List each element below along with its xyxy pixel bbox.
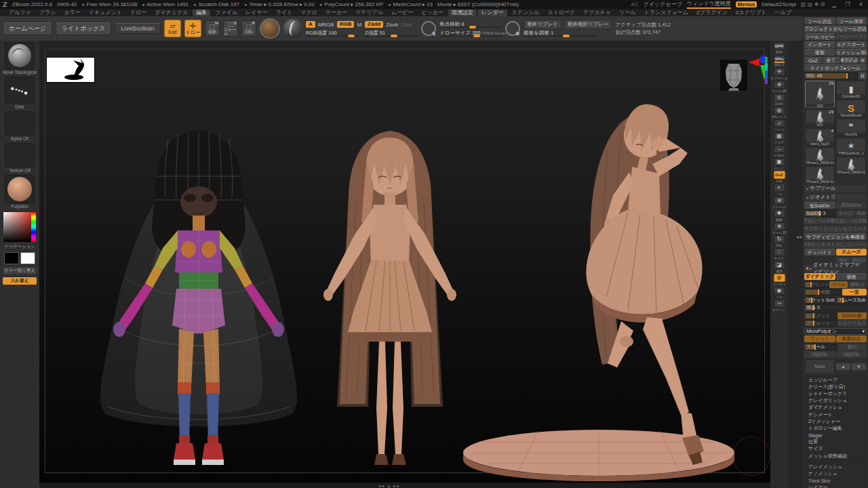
subtool-down-button[interactable]: ▼ <box>852 363 866 370</box>
model-polypaint-figure[interactable] <box>87 122 317 483</box>
tool-002. 48[interactable]: 002. 48 <box>804 73 858 79</box>
stage-toggle[interactable]: ∺ステージ <box>772 300 787 312</box>
dyn-MicroPolyオン[interactable]: MicroPolyオン▾ <box>804 328 867 335</box>
actual-size-button[interactable]: ◎100% <box>772 94 787 106</box>
menus-toggle-button[interactable]: Menus <box>736 1 757 7</box>
dyn-スムースネス[interactable]: スムースネス <box>837 320 867 327</box>
menu-ブラシ[interactable]: ブラシ <box>36 9 60 16</box>
current-brush-selector[interactable]: Move Topological <box>3 42 37 75</box>
dyn-スムーズSubDiv[interactable]: スムーズSubDiv <box>836 297 867 304</box>
replay-last-button[interactable]: 最終リプレイ <box>524 20 561 29</box>
model-standing-figure[interactable] <box>309 121 471 483</box>
color-picker[interactable] <box>3 212 36 242</box>
section-header-シャドーボックス[interactable]: シャドーボックス <box>805 390 866 397</box>
tool-thumb-ribon01[interactable]: ❞ribon01 <box>836 119 866 136</box>
rgb-toggle[interactable]: RGB <box>337 21 355 28</box>
dyn-フィット[interactable]: フィット <box>804 336 835 342</box>
menu-編集[interactable]: 編集 <box>193 9 210 16</box>
current-brush-icon[interactable] <box>260 18 280 39</box>
lock-toggle[interactable]: ▣ロック <box>772 158 787 170</box>
adjust-last-slider[interactable]: 最後を調整 1 <box>524 30 598 37</box>
menu-ムービー[interactable]: ムービー <box>388 9 416 16</box>
menu-ヘルプ[interactable]: ヘルプ <box>772 9 795 16</box>
local-symmetry-toggle[interactable]: ↔L.Sym <box>772 145 787 157</box>
move-mode-button[interactable]: M ⬚ 移動 <box>205 20 220 37</box>
default-zscript-button[interactable]: DefaultZScript <box>762 1 796 7</box>
stroke-selector[interactable]: ●•••● Dots <box>3 77 37 110</box>
transparency-toggle[interactable]: ◪透明 <box>772 261 787 273</box>
secondary-color-swatch[interactable] <box>20 252 35 264</box>
dyn-表裏結合[interactable]: 表裏結合 <box>836 336 867 342</box>
section-header-ナノメッシュ[interactable]: ナノメッシュ <box>805 470 866 477</box>
section-header-トポロジー編集[interactable]: トポロジー編集 <box>805 425 866 432</box>
tool-thumb-SimpleBrush[interactable]: SSimpleBrush <box>836 100 866 117</box>
menu-ピッカー[interactable]: ピッカー <box>418 9 447 16</box>
draw-mode-button[interactable]: ✛ ドロー <box>184 20 201 37</box>
section-header-クリース(折り目)[interactable]: クリース(折り目) <box>805 384 866 390</box>
section-header-エッジループ[interactable]: エッジループ <box>805 377 866 384</box>
dyn-フラットSubDiv[interactable]: フラットSubDiv <box>804 297 835 304</box>
tool-thumb-Cylinder3D[interactable]: ▮Cylinder3D <box>836 81 866 98</box>
section-header-メッシュ状態確認[interactable]: メッシュ状態確認 <box>805 453 866 460</box>
stroke-preview-icon[interactable] <box>283 19 302 38</box>
section-header-ジオメトリ[interactable]: ▾ジオメトリ <box>804 194 867 201</box>
color-swap-button[interactable]: 入れ替え <box>3 277 37 285</box>
zsub-toggle[interactable]: Zsub <box>386 22 398 28</box>
menu-レンダー[interactable]: レンダー <box>478 9 507 16</box>
focal-shift-slider[interactable]: 焦点移動 8 <box>439 21 502 28</box>
perspective-toggle[interactable]: ▱パース <box>772 119 787 131</box>
scale-mode-button[interactable]: S ⬚ スケール <box>223 20 238 37</box>
tool-ツール読込[interactable]: ツール読込 <box>804 18 835 24</box>
mrgb-a-toggle[interactable]: A <box>306 21 315 28</box>
tool-ライトボックス▸ツール[interactable]: ライトボックス▸ツール <box>804 64 867 71</box>
scrollbar-arrows[interactable]: ◂◂ ▴ ▸▸ <box>378 483 400 488</box>
m-toggle[interactable]: M <box>357 22 361 28</box>
dyn-スケール[interactable]: スケール <box>804 344 837 350</box>
micropoly-mesh-selector[interactable]: None <box>805 359 835 374</box>
model-posed-figure[interactable] <box>526 94 757 480</box>
close-button[interactable]: ✕ <box>856 1 865 7</box>
menu-マクロ[interactable]: マクロ <box>297 9 321 16</box>
section-header-デシメート[interactable]: デシメート <box>805 411 866 418</box>
material-selector[interactable]: PolySkin <box>3 175 37 209</box>
menu-マテリアル[interactable]: マテリアル <box>352 9 387 16</box>
aa-half-button[interactable]: ◍AAハーフ <box>772 106 787 119</box>
tool-ツール保存[interactable]: ツール保存 <box>836 18 867 24</box>
tool-R[interactable]: R <box>859 57 867 64</box>
section-header-クレイポリッシュ[interactable]: クレイポリッシュ <box>805 397 866 404</box>
geom-低SubDiv[interactable]: 低SubDiv <box>804 202 835 209</box>
frame-button[interactable]: ⊞フレーム <box>772 197 787 209</box>
saturation-square[interactable] <box>3 212 31 242</box>
solo-dynamic-toggle[interactable]: ◉ソロ <box>772 287 787 299</box>
move-view-button[interactable]: ✚移動 <box>772 209 787 222</box>
geom-Rstr[interactable]: Rstr <box>856 210 867 217</box>
focal-shift-dial[interactable]: S <box>421 21 436 36</box>
tool-表示のみ[interactable]: 表示のみ <box>841 57 859 64</box>
tool-R[interactable]: R <box>859 73 867 79</box>
liveboolean-button[interactable]: LiveBoolean <box>115 23 161 34</box>
dyn-ベベル[interactable]: ベベル <box>829 281 848 288</box>
tool-thumb-002[interactable]: 29002 <box>805 109 835 127</box>
tool-thumb-TPose2_9909-01[interactable]: TPose2_9909-01 <box>836 157 866 174</box>
menu-ドロー[interactable]: ドロー <box>127 9 150 16</box>
dyn-厚み 0[interactable]: 厚み 0 <box>804 304 867 311</box>
zoom-view-button[interactable]: ⊕ズーム3D <box>772 222 787 235</box>
horizontal-scrollbar[interactable]: ◂◂ ▴ ▸▸ <box>39 483 770 488</box>
section-header-Thick Skin[interactable]: Thick Skin <box>805 477 866 484</box>
section-header-Zリメッシャー[interactable]: Zリメッシャー <box>805 418 866 425</box>
hue-strip[interactable] <box>31 212 36 242</box>
solo-toggle[interactable]: ◐ソロ <box>772 184 787 196</box>
tool-thumb-002[interactable]: 29002 <box>805 81 835 108</box>
dynamic-dial[interactable]: D <box>505 21 520 36</box>
main-color-swatch[interactable] <box>4 252 19 264</box>
dyn-一定[interactable]: 一定 <box>842 289 867 296</box>
rotate-mode-button[interactable]: R ⬚ 回転 <box>241 20 256 37</box>
spix-slider[interactable]: SPixSPix 3 <box>772 55 787 67</box>
geom-BPRをジオメトリにコンバート[interactable]: BPRをジオメトリにコンバート <box>804 241 867 248</box>
tool-ツールペースト[interactable]: ツールペースト <box>836 33 867 40</box>
dyn-適用[interactable]: 適用 <box>836 273 867 280</box>
geom-スムーズ[interactable]: スムーズ <box>836 249 867 256</box>
ghost-toggle[interactable]: ◍ゴースト <box>772 274 787 286</box>
tool-全て[interactable]: 全て <box>823 57 840 64</box>
geom-サブディビジョンをフリーズ[interactable]: サブディビジョンをフリーズ <box>804 226 867 232</box>
